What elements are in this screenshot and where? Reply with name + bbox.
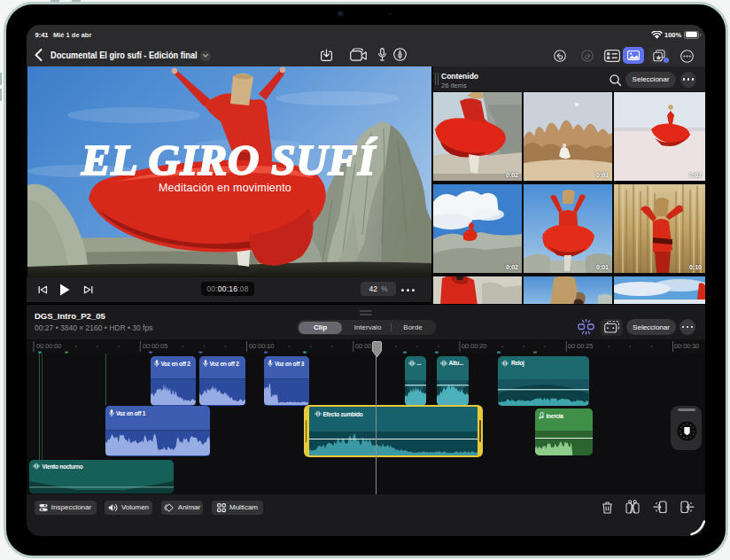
svg-text:00:00:30: 00:00:30 <box>674 342 699 350</box>
svg-text:00:00:00: 00:00:00 <box>36 342 61 350</box>
svg-text:00:00:05: 00:00:05 <box>143 342 167 350</box>
svg-text:00:00:10: 00:00:10 <box>249 342 274 350</box>
svg-text:Meditación en movimiento: Meditación en movimiento <box>159 182 291 194</box>
svg-text:00:00:25: 00:00:25 <box>568 342 593 350</box>
svg-text:EL GIRO SUFÍ: EL GIRO SUFÍ <box>81 136 377 184</box>
svg-text:00:00:20: 00:00:20 <box>462 342 486 350</box>
